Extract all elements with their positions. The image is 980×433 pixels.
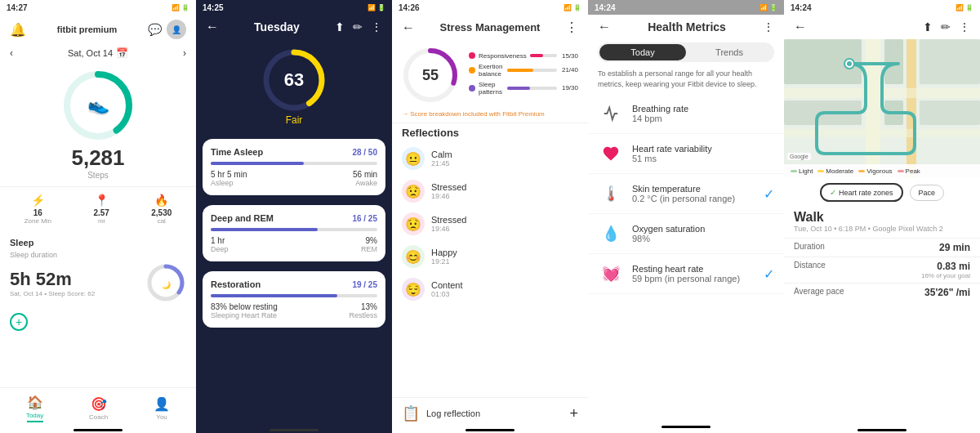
- hrv-details: Heart rate variability 51 ms: [632, 144, 774, 163]
- skin-temp-val: 0.2 °C (in personal range): [632, 194, 755, 203]
- hrv-name: Heart rate variability: [632, 144, 774, 154]
- prev-day-button[interactable]: ‹: [10, 47, 13, 59]
- legend-light-dot: [791, 170, 797, 172]
- legend-peak-dot: [898, 170, 904, 172]
- panel-walk-map: 14:24 📶 🔋 ← ⬆ ✏ ⋮: [784, 0, 980, 433]
- calories-icon: 🔥: [154, 194, 168, 207]
- nav-you[interactable]: 👤 You: [154, 396, 170, 421]
- status-bar-3: 14:26 📶 🔋: [392, 0, 588, 15]
- restless-val: 13%: [349, 302, 377, 311]
- responsiveness-label: Responsiveness: [479, 52, 527, 60]
- p3-header: ← Stress Management ⋮: [392, 15, 588, 40]
- today-toggle-button[interactable]: Today: [599, 44, 686, 60]
- calendar-icon[interactable]: 📅: [116, 47, 128, 59]
- stress-bars: Responsiveness 15/30 Exertion balance 21…: [469, 52, 578, 99]
- responsiveness-score: 15/30: [560, 52, 578, 60]
- time-asleep-bar-fill: [211, 162, 304, 165]
- status-time-2: 14:25: [203, 3, 224, 12]
- asleep-val: 5 hr 5 min: [211, 170, 247, 179]
- log-reflection-text: Log reflection: [426, 408, 480, 418]
- resting-hr-icon: 💓: [598, 261, 624, 287]
- distance-metric: 📍 2.57 mi: [93, 194, 109, 225]
- content-mood: Content: [431, 280, 578, 290]
- deep-val: 1 hr: [211, 236, 229, 245]
- steps-count: 5,281: [71, 145, 124, 171]
- sleep-patterns-fill: [507, 87, 531, 90]
- skin-temp-check: ✓: [764, 186, 774, 202]
- svg-point-20: [847, 61, 852, 66]
- pace-button[interactable]: Pace: [910, 185, 945, 201]
- nav-today[interactable]: 🏠 Today: [26, 395, 43, 422]
- distance-value: 0.83 mi: [921, 261, 970, 272]
- message-icon[interactable]: 💬: [148, 23, 162, 36]
- distance-sub: 16% of your goal: [921, 272, 970, 279]
- resting-hr-check: ✓: [764, 266, 774, 282]
- log-reflection-row[interactable]: 📋 Log reflection +: [392, 397, 588, 429]
- stressed-time-1: 19:46: [431, 192, 578, 200]
- duration-stat: Duration 29 min: [784, 238, 980, 257]
- stress-title: Stress Management: [440, 21, 541, 33]
- distance-value: 2.57: [93, 208, 109, 217]
- heart-rate-zones-button[interactable]: ✓ Heart rate zones: [820, 183, 903, 202]
- pace-label: Pace: [919, 189, 936, 197]
- reflection-stressed-2: 😟 Stressed 19:46: [392, 208, 588, 240]
- route-map-svg: [784, 39, 980, 178]
- steps-label: Steps: [87, 171, 109, 180]
- stressed-info-1: Stressed 19:46: [431, 182, 578, 200]
- sleep-patterns-dot: [469, 85, 475, 92]
- happy-info: Happy 19:21: [431, 248, 578, 266]
- notification-icon[interactable]: 🔔: [10, 22, 26, 38]
- log-plus-button[interactable]: +: [569, 405, 578, 422]
- more-icon-5[interactable]: ⋮: [959, 20, 970, 33]
- activity-title: Walk: [784, 207, 980, 225]
- exertion-fill: [507, 69, 533, 72]
- content-time: 01:03: [431, 290, 578, 298]
- coach-icon: 🎯: [91, 396, 107, 412]
- today-label: Today: [26, 412, 43, 419]
- add-button[interactable]: +: [10, 313, 28, 331]
- content-info: Content 01:03: [431, 280, 578, 298]
- restoration-card: Restoration 19 / 25 83% below resting Sl…: [203, 271, 385, 328]
- nav-coach[interactable]: 🎯 Coach: [89, 396, 108, 421]
- calories-value: 2,530: [151, 208, 172, 217]
- distance-label: mi: [98, 217, 105, 225]
- deep-rem-card: Deep and REM 16 / 25 1 hr Deep 9% REM: [203, 205, 385, 261]
- share-icon[interactable]: ⬆: [335, 20, 345, 33]
- stressed-info-2: Stressed 19:46: [431, 215, 578, 233]
- sleep-score-value: 63: [284, 69, 304, 91]
- legend-peak-label: Peak: [906, 167, 920, 175]
- edit-icon[interactable]: ✏: [353, 20, 363, 33]
- sleep-patterns-label: Sleep patterns: [479, 81, 504, 96]
- more-button-4[interactable]: ⋮: [763, 20, 774, 33]
- svg-rect-9: [866, 39, 880, 178]
- home-indicator-2: [270, 429, 318, 431]
- calories-label: cal: [158, 217, 166, 225]
- user-avatar[interactable]: 👤: [167, 20, 186, 39]
- restoration-sub: 83% below resting Sleeping Heart Rate 13…: [211, 302, 377, 319]
- next-day-button[interactable]: ›: [183, 47, 186, 59]
- status-bar-5: 14:24 📶 🔋: [784, 0, 980, 15]
- google-watermark: Google: [787, 153, 811, 160]
- resting-hr-val: 59 bpm (in personal range): [632, 274, 755, 283]
- legend-moderate: Moderate: [817, 167, 853, 175]
- more-icon[interactable]: ⋮: [371, 20, 382, 33]
- stress-score-section: 55 Responsiveness 15/30 Exertion balance…: [392, 40, 588, 110]
- back-button-5[interactable]: ←: [794, 20, 807, 34]
- breathing-name: Breathing rate: [632, 104, 774, 114]
- share-icon-5[interactable]: ⬆: [923, 20, 933, 33]
- reflection-calm: 😐 Calm 21:45: [392, 142, 588, 175]
- content-emoji: 😌: [402, 278, 425, 301]
- distance-label: Distance: [794, 261, 826, 270]
- back-button-3[interactable]: ←: [402, 20, 415, 35]
- edit-icon-5[interactable]: ✏: [941, 20, 951, 33]
- back-button-4[interactable]: ←: [598, 20, 611, 34]
- time-asleep-sub: 5 hr 5 min Asleep 56 min Awake: [211, 170, 377, 187]
- panel-fitbit-home: 14:27 📶 🔋 🔔 fitbit premium 💬 👤 ‹ Sat, Oc…: [0, 0, 196, 433]
- zone-min-metric: ⚡ 16 Zone Min: [24, 194, 51, 225]
- happy-mood: Happy: [431, 248, 578, 257]
- p2-header: ← Tuesday ⬆ ✏ ⋮: [196, 15, 392, 39]
- back-button-2[interactable]: ←: [206, 20, 219, 34]
- trends-toggle-button[interactable]: Trends: [686, 44, 773, 60]
- more-menu-button[interactable]: ⋮: [565, 20, 578, 35]
- health-metrics-note: To establish a personal range for all yo…: [588, 65, 784, 94]
